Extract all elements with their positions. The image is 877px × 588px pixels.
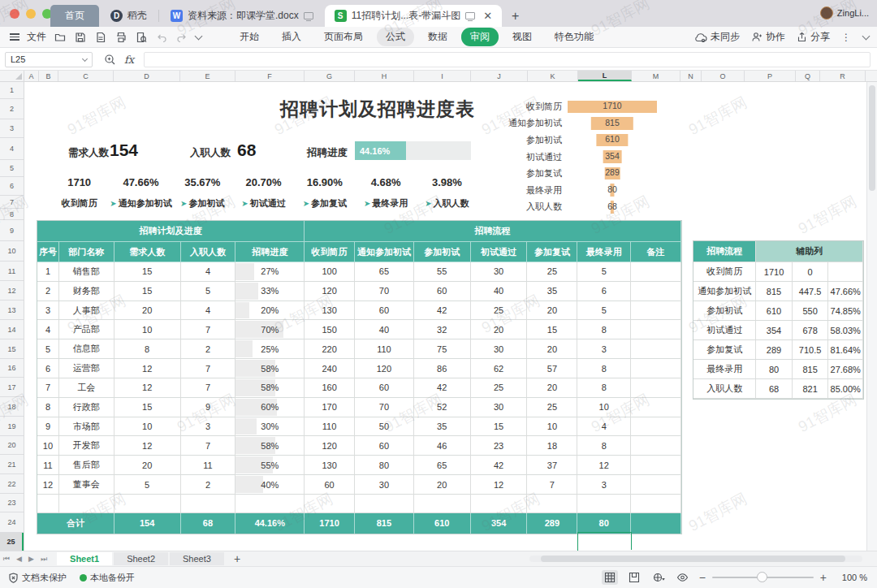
table-cell[interactable]: 6 (577, 282, 631, 301)
table-row[interactable]: 2财务部15533%120706040356 (37, 282, 681, 301)
table-cell[interactable] (631, 456, 681, 475)
table-cell[interactable] (631, 417, 681, 437)
vertical-scrollbar-thumb[interactable] (869, 85, 875, 191)
table-cell[interactable]: 110 (355, 339, 414, 359)
table-cell[interactable] (527, 495, 577, 513)
row-header-11[interactable]: 11 (0, 262, 24, 281)
table-cell[interactable]: 33% (235, 282, 305, 301)
table-cell[interactable] (305, 495, 355, 513)
collapse-ribbon-icon[interactable] (862, 32, 871, 40)
table-cell[interactable]: 12 (114, 359, 181, 378)
row-header-6[interactable]: 6 (0, 177, 24, 196)
table-cell[interactable]: 运营部 (59, 359, 114, 378)
aux-cell[interactable]: 初试通过 (693, 321, 756, 340)
table-cell[interactable]: 15 (114, 398, 181, 417)
table-cell[interactable]: 42 (471, 456, 528, 475)
table-cell[interactable]: 3 (37, 301, 59, 321)
table-cell[interactable]: 60% (235, 398, 305, 417)
close-window-icon[interactable] (10, 9, 19, 19)
table-cell[interactable]: 市场部 (59, 417, 114, 437)
sheet-tab-Sheet3[interactable]: Sheet3 (170, 552, 224, 565)
minimize-window-icon[interactable] (26, 9, 36, 19)
ribbon-tab-视图[interactable]: 视图 (503, 28, 541, 46)
table-cell[interactable]: 产品部 (59, 320, 114, 339)
row-header-17[interactable]: 17 (0, 378, 24, 397)
zoom-percent[interactable]: 100 % (833, 573, 867, 582)
column-header-A[interactable]: A (24, 71, 39, 81)
row-header-16[interactable]: 16 (0, 359, 24, 378)
row-header-10[interactable]: 10 (0, 241, 24, 262)
table-cell[interactable]: 110 (305, 417, 355, 437)
table-cell[interactable]: 8 (577, 320, 631, 339)
select-all-corner[interactable] (0, 71, 24, 81)
aux-row[interactable]: 最终录用8081527.68% (693, 360, 863, 379)
table-cell[interactable]: 12 (471, 475, 528, 495)
table-cell[interactable]: 58% (235, 359, 305, 378)
column-header-K[interactable]: K (528, 71, 578, 81)
column-header-D[interactable]: D (114, 71, 180, 81)
ribbon-tab-插入[interactable]: 插入 (273, 28, 310, 46)
table-row[interactable]: 12董事会5240%6030201273 (37, 475, 681, 495)
table-row[interactable]: 6运营部12758%2401208662578 (37, 359, 681, 378)
table-cell[interactable]: 12 (577, 456, 631, 475)
table-cell[interactable]: 30 (471, 262, 528, 282)
table-cell[interactable]: 4 (181, 301, 236, 321)
table-cell[interactable]: 2 (181, 475, 236, 495)
table-cell[interactable]: 12 (114, 378, 181, 398)
table-cell[interactable]: 25% (235, 339, 305, 359)
ribbon-tab-公式[interactable]: 公式 (377, 28, 414, 46)
table-row[interactable]: 11售后部201155%1308065423712 (37, 456, 681, 475)
table-cell[interactable]: 2 (181, 339, 236, 359)
table-cell[interactable] (114, 495, 181, 513)
table-cell[interactable]: 130 (305, 456, 355, 475)
table-row[interactable]: 8行政部15960%1707052302510 (37, 398, 681, 417)
undo-icon[interactable] (155, 31, 168, 44)
table-cell[interactable]: 120 (305, 436, 355, 456)
table-cell[interactable] (414, 495, 471, 513)
table-cell[interactable] (631, 359, 681, 378)
table-cell[interactable]: 30 (471, 339, 528, 359)
table-cell[interactable]: 12 (37, 475, 59, 495)
hamburger-menu-icon[interactable] (10, 33, 19, 40)
table-cell[interactable]: 8 (577, 436, 631, 456)
table-cell[interactable]: 42 (414, 301, 471, 321)
table-row[interactable]: 7工会12758%160604225208 (37, 378, 681, 398)
table-cell[interactable]: 52 (414, 398, 471, 417)
column-header-R[interactable]: R (820, 71, 866, 81)
aux-row[interactable]: 初试通过35467858.03% (693, 321, 863, 340)
more-options-icon[interactable]: ⋮ (841, 32, 852, 43)
table-cell[interactable]: 行政部 (59, 398, 114, 417)
row-header-3[interactable]: 3 (0, 119, 24, 138)
document-protection-status[interactable]: 文档未保护 (8, 572, 67, 584)
column-header-B[interactable]: B (39, 71, 58, 81)
table-cell[interactable]: 40% (235, 475, 305, 495)
formula-input[interactable] (144, 52, 871, 67)
aux-cell[interactable]: 入职人数 (693, 379, 756, 399)
aux-cell[interactable]: 收到简历 (693, 262, 756, 282)
aux-cell[interactable]: 参加初试 (693, 301, 756, 321)
aux-cell[interactable]: 678 (793, 321, 829, 340)
table-row[interactable]: 1销售部15427%100655530255 (37, 262, 681, 282)
table-cell[interactable] (631, 262, 681, 282)
table-cell[interactable]: 董事会 (59, 475, 114, 495)
aux-cell[interactable]: 最终录用 (693, 360, 756, 379)
table-cell[interactable]: 25 (527, 398, 577, 417)
row-header-1[interactable]: 1 (0, 82, 24, 99)
table-cell[interactable]: 10 (37, 436, 59, 456)
table-cell[interactable] (631, 301, 681, 321)
aux-cell[interactable]: 447.5 (793, 282, 829, 301)
table-cell[interactable]: 10 (114, 320, 181, 339)
table-cell[interactable]: 55% (235, 456, 305, 475)
table-cell[interactable] (631, 282, 681, 301)
table-cell[interactable]: 12 (114, 436, 181, 456)
table-cell[interactable]: 65 (355, 262, 414, 282)
table-cell[interactable]: 15 (114, 282, 181, 301)
aux-cell[interactable]: 289 (756, 340, 793, 360)
table-cell[interactable]: 60 (355, 436, 414, 456)
table-cell[interactable]: 20 (527, 339, 577, 359)
table-cell[interactable]: 70 (355, 398, 414, 417)
tab-spreadsheet-active[interactable]: S 11招聘计划...表-带漏斗图 ✕ (325, 5, 502, 27)
save-icon[interactable] (74, 31, 87, 44)
row-header-21[interactable]: 21 (0, 455, 24, 474)
column-header-I[interactable]: I (414, 71, 471, 81)
